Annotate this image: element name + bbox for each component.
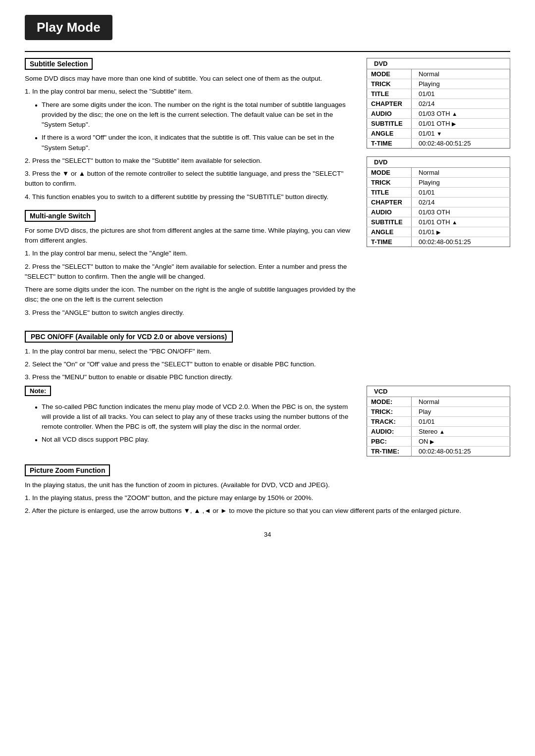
- pbc-content-area: Note: The so-called PBC function indicat…: [25, 386, 510, 464]
- picture-zoom-section: Picture Zoom Function In the playing sta…: [25, 464, 510, 516]
- row-value: 00:02:48-00:51:25: [412, 139, 510, 149]
- note-label: Note:: [25, 386, 51, 396]
- row-value: 01/01 OTH ▶: [412, 119, 510, 129]
- page-number: 34: [25, 531, 510, 538]
- subtitle-bullet2: If there is a word "Off" under the icon,…: [35, 133, 357, 153]
- row-label: ANGLE: [367, 129, 412, 139]
- picture-zoom-header: Picture Zoom Function: [25, 464, 110, 476]
- row-value: Stereo ▲: [412, 426, 510, 436]
- pbc-bullet1: The so-called PBC function indicates the…: [35, 402, 357, 432]
- multi-angle-para1: For some DVD discs, the pictures are sho…: [25, 226, 357, 246]
- subtitle-step2: 2. Press the "SELECT" button to make the…: [25, 156, 357, 166]
- multi-angle-section: Multi-angle Switch For some DVD discs, t…: [25, 210, 357, 318]
- row-label: TRICK:: [367, 406, 412, 416]
- row-value: 00:02:48-00:51:25: [412, 237, 510, 247]
- table-row: ANGLE01/01 ▼: [367, 129, 510, 139]
- row-label: PBC:: [367, 436, 412, 446]
- row-value: Normal: [412, 168, 510, 178]
- table-row: TRACK:01/01: [367, 416, 510, 426]
- row-label: ANGLE: [367, 227, 412, 237]
- row-value: Normal: [412, 69, 510, 79]
- row-label: SUBTITLE: [367, 217, 412, 227]
- row-value: 01/01: [412, 188, 510, 198]
- vcd-table: VCDMODE:NormalTRICK:PlayTRACK:01/01AUDIO…: [367, 386, 510, 456]
- table-header: VCD: [367, 386, 510, 397]
- row-label: CHAPTER: [367, 198, 412, 207]
- picture-zoom-step2: 2. After the picture is enlarged, use th…: [25, 506, 510, 516]
- row-value: Play: [412, 406, 510, 416]
- multi-angle-step2: 2. Press the "SELECT" button to make the…: [25, 262, 357, 282]
- table-row: AUDIO01/03 OTH: [367, 207, 510, 217]
- table-row: MODENormal: [367, 168, 510, 178]
- row-value: Playing: [412, 178, 510, 188]
- table-row: PBC:ON ▶: [367, 436, 510, 446]
- subtitle-section: Subtitle Selection Some DVD discs may ha…: [25, 58, 357, 202]
- row-value: 01/01 ▶: [412, 227, 510, 237]
- row-value: 00:02:48-00:51:25: [412, 446, 510, 456]
- vcd-table-container: VCDMODE:NormalTRICK:PlayTRACK:01/01AUDIO…: [367, 386, 510, 464]
- dvd-table-2: DVDMODENormalTRICKPlayingTITLE01/01CHAPT…: [367, 156, 510, 247]
- subtitle-step3: 3. Press the ▼ or ▲ button of the remote…: [25, 169, 357, 189]
- row-value: 01/01: [412, 416, 510, 426]
- table-row: TRICK:Play: [367, 406, 510, 416]
- row-value: 01/01: [412, 89, 510, 99]
- dvd-table-1: DVDMODENormalTRICKPlayingTITLE01/01CHAPT…: [367, 58, 510, 149]
- table-row: SUBTITLE01/01 OTH ▲: [367, 217, 510, 227]
- table-row: SUBTITLE01/01 OTH ▶: [367, 119, 510, 129]
- table-row: AUDIO01/03 OTH ▲: [367, 109, 510, 119]
- pbc-left: Note: The so-called PBC function indicat…: [25, 386, 357, 464]
- pbc-step2: 2. Select the "On" or "Off' value and pr…: [25, 359, 510, 369]
- row-label: AUDIO:: [367, 426, 412, 436]
- row-value: 01/03 OTH ▲: [412, 109, 510, 119]
- pbc-bullet2: Not all VCD discs support PBC play.: [35, 435, 357, 445]
- row-label: TRICK: [367, 79, 412, 89]
- pbc-section: PBC ON/OFF (Available only for VCD 2.0 o…: [25, 331, 510, 464]
- row-label: TITLE: [367, 188, 412, 198]
- table-row: CHAPTER02/14: [367, 198, 510, 207]
- subtitle-step1: 1. In the play control bar menu, select …: [25, 87, 357, 97]
- row-label: TR-TIME:: [367, 446, 412, 456]
- row-label: SUBTITLE: [367, 119, 412, 129]
- row-label: MODE:: [367, 397, 412, 406]
- row-label: TRICK: [367, 178, 412, 188]
- subtitle-para1: Some DVD discs may have more than one ki…: [25, 74, 357, 84]
- row-value: 01/01 ▼: [412, 129, 510, 139]
- picture-zoom-step1: 1. In the playing status, press the "ZOO…: [25, 493, 510, 503]
- subtitle-header: Subtitle Selection: [25, 58, 93, 70]
- row-label: T-TIME: [367, 237, 412, 247]
- table-row: TITLE01/01: [367, 188, 510, 198]
- row-label: T-TIME: [367, 139, 412, 149]
- subtitle-bullet1: There are some digits under the icon. Th…: [35, 100, 357, 130]
- row-value: Normal: [412, 397, 510, 406]
- multi-angle-step1: 1. In the play control bar menu, select …: [25, 249, 357, 258]
- row-label: AUDIO: [367, 207, 412, 217]
- row-label: MODE: [367, 168, 412, 178]
- table-row: TR-TIME:00:02:48-00:51:25: [367, 446, 510, 456]
- row-label: CHAPTER: [367, 99, 412, 109]
- table-row: TRICKPlaying: [367, 178, 510, 188]
- row-value: Playing: [412, 79, 510, 89]
- subtitle-step4: 4. This function enables you to switch t…: [25, 192, 357, 202]
- pbc-step1: 1. In the play control bar menu, select …: [25, 347, 510, 356]
- row-label: TRACK:: [367, 416, 412, 426]
- table-row: CHAPTER02/14: [367, 99, 510, 109]
- row-value: 02/14: [412, 198, 510, 207]
- row-value: ON ▶: [412, 436, 510, 446]
- table-row: T-TIME00:02:48-00:51:25: [367, 139, 510, 149]
- row-value: 01/03 OTH: [412, 207, 510, 217]
- multi-angle-header: Multi-angle Switch: [25, 210, 96, 222]
- table-header: DVD: [367, 58, 510, 69]
- row-value: 01/01 OTH ▲: [412, 217, 510, 227]
- dvd-tables: DVDMODENormalTRICKPlayingTITLE01/01CHAPT…: [367, 58, 510, 326]
- pbc-header: PBC ON/OFF (Available only for VCD 2.0 o…: [25, 331, 233, 343]
- table-row: AUDIO:Stereo ▲: [367, 426, 510, 436]
- table-row: T-TIME00:02:48-00:51:25: [367, 237, 510, 247]
- multi-angle-step3: There are some digits under the icon. Th…: [25, 285, 357, 305]
- table-row: MODENormal: [367, 69, 510, 79]
- page-title: Play Mode: [25, 15, 112, 40]
- multi-angle-step4: 3. Press the "ANGLE" button to switch an…: [25, 308, 357, 318]
- table-header: DVD: [367, 157, 510, 168]
- picture-zoom-para1: In the playing status, the unit has the …: [25, 480, 510, 490]
- table-row: TRICKPlaying: [367, 79, 510, 89]
- row-label: AUDIO: [367, 109, 412, 119]
